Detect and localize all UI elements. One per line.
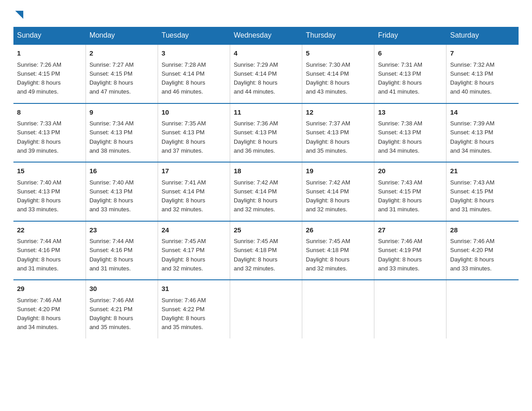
day-daylight: Daylight: 8 hours [378,256,422,263]
day-sunrise: Sunrise: 7:42 AM [234,179,278,186]
header-monday: Monday [86,27,158,44]
day-sunset: Sunset: 4:13 PM [378,70,421,77]
day-daylight-cont: and 32 minutes. [162,265,203,272]
day-daylight-cont: and 40 minutes. [450,88,492,95]
day-sunset: Sunset: 4:13 PM [17,129,60,136]
day-daylight-cont: and 31 minutes. [450,206,492,213]
day-cell: 29 Sunrise: 7:46 AM Sunset: 4:20 PM Dayl… [13,280,86,338]
day-daylight-cont: and 33 minutes. [17,206,59,213]
day-cell: 12 Sunrise: 7:37 AM Sunset: 4:13 PM Dayl… [302,103,374,163]
day-daylight-cont: and 32 minutes. [234,206,275,213]
day-daylight-cont: and 35 minutes. [162,324,203,330]
day-daylight: Daylight: 8 hours [162,79,206,86]
day-sunset: Sunset: 4:22 PM [162,306,205,313]
day-cell: 14 Sunrise: 7:39 AM Sunset: 4:13 PM Dayl… [446,103,519,163]
day-number: 25 [234,225,298,235]
day-sunrise: Sunrise: 7:45 AM [234,238,278,244]
day-sunrise: Sunrise: 7:46 AM [162,297,206,304]
day-daylight-cont: and 49 minutes. [17,88,59,95]
day-daylight-cont: and 47 minutes. [90,88,131,95]
header-friday: Friday [374,27,446,44]
day-daylight: Daylight: 8 hours [306,197,350,204]
day-sunset: Sunset: 4:13 PM [234,129,277,136]
day-cell: 10 Sunrise: 7:35 AM Sunset: 4:13 PM Dayl… [158,103,230,163]
day-daylight: Daylight: 8 hours [162,315,206,321]
week-row-1: 1 Sunrise: 7:26 AM Sunset: 4:15 PM Dayli… [13,44,519,103]
day-sunset: Sunset: 4:14 PM [162,188,205,195]
day-sunset: Sunset: 4:16 PM [17,247,60,253]
day-number: 23 [90,225,154,235]
day-number: 4 [234,48,298,59]
day-sunset: Sunset: 4:15 PM [90,70,133,77]
day-sunrise: Sunrise: 7:46 AM [17,297,61,304]
day-daylight-cont: and 46 minutes. [162,88,203,95]
day-cell: 30 Sunrise: 7:46 AM Sunset: 4:21 PM Dayl… [86,280,158,338]
day-sunrise: Sunrise: 7:28 AM [162,61,206,68]
day-sunrise: Sunrise: 7:46 AM [378,238,422,244]
day-number: 10 [162,107,226,118]
day-number: 12 [306,107,370,118]
day-daylight-cont: and 38 minutes. [90,147,131,154]
day-sunset: Sunset: 4:14 PM [162,70,205,77]
day-sunrise: Sunrise: 7:27 AM [90,61,134,68]
day-daylight: Daylight: 8 hours [17,256,61,263]
day-sunrise: Sunrise: 7:32 AM [450,61,494,68]
day-sunset: Sunset: 4:16 PM [90,247,133,253]
day-cell: 17 Sunrise: 7:41 AM Sunset: 4:14 PM Dayl… [158,162,230,221]
day-sunrise: Sunrise: 7:43 AM [450,179,494,186]
day-sunset: Sunset: 4:20 PM [17,306,60,313]
day-number: 18 [234,166,298,176]
day-sunrise: Sunrise: 7:46 AM [90,297,134,304]
day-daylight-cont: and 33 minutes. [90,206,131,213]
week-row-3: 15 Sunrise: 7:40 AM Sunset: 4:13 PM Dayl… [13,162,519,221]
day-cell: 1 Sunrise: 7:26 AM Sunset: 4:15 PM Dayli… [13,44,86,103]
day-cell: 15 Sunrise: 7:40 AM Sunset: 4:13 PM Dayl… [13,162,86,221]
day-sunrise: Sunrise: 7:44 AM [17,238,61,244]
day-cell: 7 Sunrise: 7:32 AM Sunset: 4:13 PM Dayli… [446,44,519,103]
day-cell: 13 Sunrise: 7:38 AM Sunset: 4:13 PM Dayl… [374,103,446,163]
day-daylight: Daylight: 8 hours [162,197,206,204]
day-daylight: Daylight: 8 hours [90,197,133,204]
day-daylight: Daylight: 8 hours [234,138,278,145]
day-daylight-cont: and 33 minutes. [378,265,420,272]
day-sunset: Sunset: 4:14 PM [306,188,349,195]
day-sunrise: Sunrise: 7:29 AM [234,61,278,68]
day-sunrise: Sunrise: 7:26 AM [17,61,61,68]
day-cell: 23 Sunrise: 7:44 AM Sunset: 4:16 PM Dayl… [86,221,158,280]
day-sunset: Sunset: 4:15 PM [17,70,60,77]
day-number: 2 [90,48,154,59]
day-daylight: Daylight: 8 hours [450,197,494,204]
day-sunrise: Sunrise: 7:40 AM [17,179,61,186]
day-daylight: Daylight: 8 hours [17,138,61,145]
day-number: 11 [234,107,298,118]
day-cell [446,280,519,338]
day-daylight: Daylight: 8 hours [90,315,133,321]
day-cell [230,280,302,338]
day-daylight: Daylight: 8 hours [306,79,350,86]
header-sunday: Sunday [13,27,86,44]
day-sunset: Sunset: 4:13 PM [450,70,493,77]
day-sunset: Sunset: 4:18 PM [234,247,277,253]
day-number: 7 [450,48,515,59]
day-cell: 2 Sunrise: 7:27 AM Sunset: 4:15 PM Dayli… [86,44,158,103]
day-sunset: Sunset: 4:13 PM [90,188,133,195]
day-sunset: Sunset: 4:14 PM [234,188,277,195]
day-daylight: Daylight: 8 hours [306,138,350,145]
day-number: 26 [306,225,370,235]
day-sunrise: Sunrise: 7:38 AM [378,120,422,127]
day-number: 21 [450,166,515,176]
day-sunrise: Sunrise: 7:45 AM [162,238,206,244]
day-sunset: Sunset: 4:14 PM [234,70,277,77]
day-cell: 16 Sunrise: 7:40 AM Sunset: 4:13 PM Dayl… [86,162,158,221]
day-number: 28 [450,225,515,235]
day-cell: 9 Sunrise: 7:34 AM Sunset: 4:13 PM Dayli… [86,103,158,163]
day-cell: 4 Sunrise: 7:29 AM Sunset: 4:14 PM Dayli… [230,44,302,103]
day-daylight-cont: and 34 minutes. [450,147,492,154]
logo [13,9,24,18]
day-number: 17 [162,166,226,176]
day-daylight-cont: and 44 minutes. [234,88,275,95]
day-sunset: Sunset: 4:13 PM [17,188,60,195]
day-daylight-cont: and 34 minutes. [378,147,420,154]
day-sunset: Sunset: 4:14 PM [306,70,349,77]
day-daylight-cont: and 32 minutes. [306,206,348,213]
